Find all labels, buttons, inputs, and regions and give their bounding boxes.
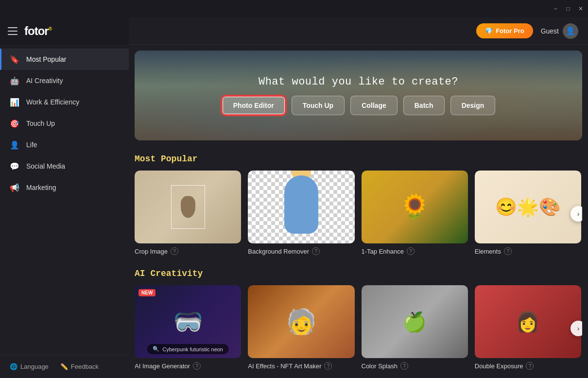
hero-title: What would you like to create? [259,76,458,88]
ai-icon: 🤖 [10,76,19,86]
card-ai-effects-nft[interactable]: 🧓 AI Effects - NFT Art Maker ? [248,285,354,372]
language-label: Language [20,363,49,370]
most-popular-section: Most Popular Crop Image [129,146,588,261]
maximize-button[interactable]: □ [565,5,571,12]
help-icon[interactable]: ? [504,247,512,255]
hero-photo-editor-button[interactable]: Photo Editor [222,96,286,115]
pro-upgrade-button[interactable]: 💎 Fotor Pro [476,23,533,38]
sidebar-item-touch-up[interactable]: 🎯 Touch Up [0,113,129,134]
megaphone-icon: 📢 [10,183,19,192]
help-icon[interactable]: ? [324,362,332,370]
ai-effects-preview: 🧓 [248,285,354,358]
minimize-button[interactable]: − [552,5,559,12]
sidebar-item-social-media[interactable]: 💬 Social Media [0,155,129,177]
crop-image-preview [135,171,241,243]
card-background-remover[interactable]: Background Remover ? [248,171,354,257]
card-label: Crop Image ? [135,243,241,257]
sidebar-item-label: Marketing [26,184,56,191]
card-label-text: AI Image Generator [135,362,190,370]
sidebar-navigation: 🔖 Most Popular 🤖 AI Creativity 📊 Work & … [0,45,129,355]
user-avatar: 👤 [563,23,578,39]
pear-icon [181,196,195,218]
sidebar-item-marketing[interactable]: 📢 Marketing [0,177,129,198]
card-ai-image-generator[interactable]: 🥽 NEW 🔍 Cyberpunk futuristic neon AI Ima… [135,285,241,372]
search-placeholder-text: Cyberpunk futuristic neon [162,346,223,352]
card-label: Elements ? [475,243,581,257]
user-menu[interactable]: Guest 👤 [541,23,578,39]
card-color-splash[interactable]: 🍏 Color Splash ? [362,285,468,372]
logo-trademark: ® [49,26,52,32]
search-icon: 🔍 [153,346,159,352]
person-icon: 👤 [10,140,19,150]
avatar-icon: 👤 [566,26,575,35]
card-label: AI Effects - NFT Art Maker ? [248,358,354,372]
sidebar-item-ai-creativity[interactable]: 🤖 AI Creativity [0,70,129,91]
new-badge: NEW [138,289,156,296]
help-icon[interactable]: ? [400,362,408,370]
sidebar-item-label: Life [26,141,37,149]
card-label-text: 1-Tap Enhance [362,248,404,255]
sidebar-item-most-popular[interactable]: 🔖 Most Popular [0,49,129,70]
card-label: Color Splash ? [362,358,468,372]
card-elements-thumbnail: 😊🌟🎨 [475,171,581,243]
hero-buttons: Photo Editor Touch Up Collage Batch Desi… [222,96,496,115]
language-button[interactable]: 🌐 Language [10,363,49,370]
bookmark-icon: 🔖 [10,54,19,64]
card-label: Background Remover ? [248,243,354,257]
header-bar: 💎 Fotor Pro Guest 👤 [129,17,588,45]
hero-design-button[interactable]: Design [450,96,496,115]
sidebar-item-label: Social Media [26,162,65,170]
ai-creativity-section: AI Creativity 🥽 NEW 🔍 Cyberpunk futurist… [129,261,588,376]
card-bg-remover-thumbnail [248,171,354,243]
ai-creativity-cards: 🥽 NEW 🔍 Cyberpunk futuristic neon AI Ima… [135,285,582,372]
enhance-preview: 🌻 [362,171,468,243]
card-elements[interactable]: 😊🌟🎨 Elements ? [475,171,581,257]
person-body [284,175,318,234]
hero-batch-button[interactable]: Batch [403,96,445,115]
help-icon[interactable]: ? [193,362,201,370]
close-button[interactable]: ✕ [577,5,584,12]
sidebar-footer: 🌐 Language ✏️ Feedback [0,355,129,378]
card-1tap-enhance[interactable]: 🌻 1-Tap Enhance ? [362,171,468,257]
bg-remover-preview [248,171,354,243]
globe-icon: 🌐 [10,363,17,370]
card-label-text: Double Exposure [475,362,523,370]
card-double-exposure[interactable]: 👩 Double Exposure ? [475,285,581,372]
help-icon[interactable]: ? [407,247,415,255]
card-enhance-thumbnail: 🌻 [362,171,468,243]
crop-box [171,185,205,229]
hamburger-menu-button[interactable] [8,26,17,36]
chart-icon: 📊 [10,97,19,107]
help-icon[interactable]: ? [526,362,534,370]
ai-creativity-title: AI Creativity [135,269,582,278]
card-label: 1-Tap Enhance ? [362,243,468,257]
most-popular-cards: Crop Image ? [135,171,582,257]
card-label-text: Elements [475,248,501,255]
app-body: fotor® 🔖 Most Popular 🤖 AI Creativity 📊 … [0,17,588,378]
elements-preview: 😊🌟🎨 [475,171,581,243]
card-ai-generator-thumbnail: 🥽 NEW 🔍 Cyberpunk futuristic neon [135,285,241,358]
sidebar-item-label: Touch Up [26,120,55,127]
hero-touch-up-button[interactable]: Touch Up [292,96,345,115]
diamond-icon: 💎 [485,27,493,34]
sidebar: fotor® 🔖 Most Popular 🤖 AI Creativity 📊 … [0,17,129,378]
card-crop-image[interactable]: Crop Image ? [135,171,241,257]
feedback-button[interactable]: ✏️ Feedback [60,363,99,370]
sidebar-item-life[interactable]: 👤 Life [0,134,129,155]
pro-button-label: Fotor Pro [496,27,524,34]
card-label-text: Crop Image [135,248,168,255]
target-icon: 🎯 [10,119,19,128]
carousel-next-button[interactable]: › [571,206,582,222]
help-icon[interactable]: ? [312,247,320,255]
content-area: What would you like to create? Photo Edi… [129,45,588,378]
hero-collage-button[interactable]: Collage [350,96,398,115]
sidebar-item-work-efficiency[interactable]: 📊 Work & Efficiency [0,91,129,113]
app-logo: fotor® [24,24,52,38]
ai-carousel-next-button[interactable]: › [571,321,582,336]
card-label-text: Background Remover [248,248,309,255]
card-label: Double Exposure ? [475,358,581,372]
card-double-exposure-thumbnail: 👩 [475,285,581,358]
feedback-label: Feedback [71,363,99,370]
help-icon[interactable]: ? [171,247,178,255]
card-label-text: AI Effects - NFT Art Maker [248,362,321,370]
